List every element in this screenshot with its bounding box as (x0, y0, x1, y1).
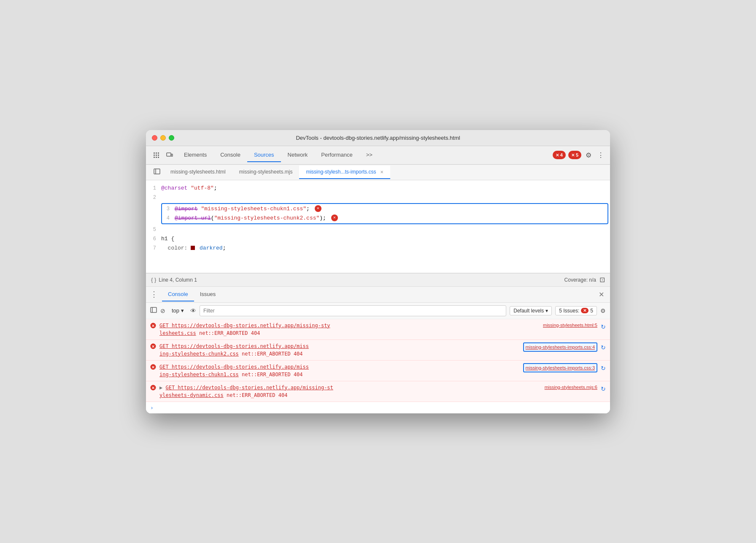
message-link-3[interactable]: GET https://devtools-dbg-stories.netlify… (159, 364, 309, 377)
cursor-position: Line 4, Column 1 (159, 277, 197, 283)
pretty-print-icon[interactable]: { } (151, 277, 156, 283)
minimize-button[interactable] (160, 135, 166, 141)
file-tab-css[interactable]: missing-stylesh...ts-imports.css ✕ (299, 166, 390, 179)
message-source-4[interactable]: missing-stylesheets.mjs:6 (545, 384, 597, 391)
console-message-3: ✕ GET https://devtools-dbg-stories.netli… (146, 361, 610, 381)
clear-console-icon[interactable]: ⊘ (160, 307, 165, 314)
error-circle-icon-4: ✕ (150, 385, 156, 393)
keyword-charset: @charset (161, 185, 187, 191)
select-element-icon[interactable] (150, 149, 162, 161)
svg-text:✕: ✕ (151, 345, 155, 349)
svg-rect-3 (154, 155, 155, 156)
coverage-icon[interactable]: ⊡ (599, 276, 605, 284)
keyword-import-3: @import (175, 206, 198, 212)
message-link-1[interactable]: GET https://devtools-dbg-stories.netlify… (159, 323, 330, 336)
line-content-6[interactable]: h1 { (161, 234, 610, 244)
message-body-3: GET https://devtools-dbg-stories.netlify… (159, 363, 520, 378)
console-prompt: › (146, 402, 610, 413)
value-darkred: darkred (200, 245, 223, 251)
error-circle-icon-3: ✕ (150, 364, 156, 372)
tab-console-bottom[interactable]: Console (162, 288, 194, 301)
bottom-panel-close-icon[interactable]: ✕ (597, 289, 606, 300)
tab-more[interactable]: >> (359, 148, 379, 162)
tab-performance[interactable]: Performance (314, 148, 359, 162)
prompt-caret-icon: › (150, 405, 154, 411)
console-settings-icon[interactable]: ⚙ (600, 307, 606, 314)
error-badge-2[interactable]: ✕ 5 (568, 151, 581, 159)
line-number-4: 4 (164, 214, 175, 223)
file-tab-mjs[interactable]: missing-stylesheets.mjs (232, 166, 300, 179)
reload-icon-3[interactable]: ↻ (601, 364, 606, 373)
string-import-3: "missing-stylesheets-chukn1.css" (201, 206, 306, 212)
svg-rect-6 (154, 157, 155, 158)
log-levels-chevron: ▾ (545, 308, 548, 314)
arrow-expand-icon-4[interactable]: ▶ (159, 385, 162, 391)
error-circle-icon-2: ✕ (150, 343, 156, 351)
toolbar-right: ✕ 4 ✕ 5 ⚙ ⋮ (553, 149, 606, 161)
console-message-2: ✕ GET https://devtools-dbg-stories.netli… (146, 340, 610, 361)
line-content-1[interactable]: @charset "utf-8"; (161, 184, 610, 193)
selector-h1: h1 { (161, 236, 174, 242)
line-number-6: 6 (146, 234, 161, 244)
line-content-4[interactable]: @import url("missing-stylesheets-chunk2.… (175, 214, 606, 223)
log-levels-label: Default levels (513, 308, 544, 314)
issues-count-badge[interactable]: 5 Issues: ✕ 5 (555, 306, 597, 315)
property-color: color: (161, 245, 191, 251)
error-icon-1: ✕ (556, 153, 559, 157)
more-options-icon[interactable]: ⋮ (596, 149, 606, 161)
context-label: top (172, 307, 179, 314)
console-sidebar-icon[interactable] (150, 307, 157, 315)
device-toggle-icon[interactable] (164, 149, 176, 161)
svg-rect-7 (156, 157, 157, 158)
file-tab-close-icon[interactable]: ✕ (380, 170, 383, 174)
close-button[interactable] (152, 135, 157, 141)
file-tab-mjs-label: missing-stylesheets.mjs (239, 169, 293, 175)
console-filter-input[interactable] (200, 305, 506, 316)
message-body-1: GET https://devtools-dbg-stories.netlify… (159, 322, 540, 337)
svg-rect-2 (158, 152, 159, 154)
issues-err-icon: ✕ (581, 308, 589, 313)
maximize-button[interactable] (169, 135, 174, 141)
main-toolbar: Elements Console Sources Network Perform… (146, 146, 610, 165)
reload-icon-2[interactable]: ↻ (601, 343, 606, 352)
message-source-2[interactable]: missing-stylesheets-imports.css:4 (523, 342, 597, 352)
message-link-4[interactable]: GET https://devtools-dbg-stories.netlify… (159, 385, 333, 398)
line-content-3[interactable]: @import "missing-stylesheets-chukn1.css"… (175, 204, 606, 214)
line-content-5 (161, 225, 610, 234)
error-indicator-4: ✕ (331, 214, 338, 221)
line-number-1: 1 (146, 184, 161, 193)
error-indicator-3: ✕ (315, 205, 321, 212)
error-count-2: 5 (576, 152, 578, 157)
message-source-3[interactable]: missing-stylesheets-imports.css:3 (523, 363, 597, 373)
code-line-1: 1 @charset "utf-8"; (146, 184, 610, 193)
message-link-2[interactable]: GET https://devtools-dbg-stories.netlify… (159, 343, 309, 357)
sidebar-toggle-icon[interactable] (150, 165, 164, 180)
svg-rect-9 (167, 153, 171, 156)
console-toolbar: ⊘ top ▾ 👁 Default levels ▾ 5 Issues: ✕ 5… (146, 303, 610, 319)
tab-sources[interactable]: Sources (247, 148, 281, 162)
tab-issues-bottom[interactable]: Issues (194, 288, 222, 301)
bottom-tabs-bar: ⋮ Console Issues ✕ (146, 287, 610, 303)
error-icon-2: ✕ (571, 153, 575, 157)
log-levels-selector[interactable]: Default levels ▾ (510, 306, 552, 315)
line-number-2: 2 (146, 193, 161, 202)
tab-console[interactable]: Console (213, 148, 247, 162)
message-source-1[interactable]: missing-stylesheets.html:5 (543, 322, 597, 329)
settings-icon[interactable]: ⚙ (584, 149, 593, 161)
file-tab-html[interactable]: missing-stylesheets.html (164, 166, 232, 179)
svg-text:✕: ✕ (151, 324, 155, 328)
bottom-panel: ⋮ Console Issues ✕ ⊘ top ▾ 👁 Default lev… (146, 287, 610, 413)
issues-count: 5 (590, 308, 593, 314)
tab-elements[interactable]: Elements (177, 148, 213, 162)
context-selector[interactable]: top ▾ (169, 306, 187, 315)
live-expressions-icon[interactable]: 👁 (190, 307, 196, 314)
svg-rect-13 (151, 307, 157, 312)
error-badge-1[interactable]: ✕ 4 (553, 151, 566, 159)
tab-network[interactable]: Network (281, 148, 315, 162)
svg-rect-0 (154, 152, 155, 154)
svg-rect-8 (158, 157, 159, 158)
line-content-7[interactable]: color: darkred; (161, 244, 610, 253)
reload-icon-1[interactable]: ↻ (601, 323, 606, 331)
bottom-panel-menu-icon[interactable]: ⋮ (150, 290, 158, 299)
reload-icon-4[interactable]: ↻ (601, 385, 606, 394)
